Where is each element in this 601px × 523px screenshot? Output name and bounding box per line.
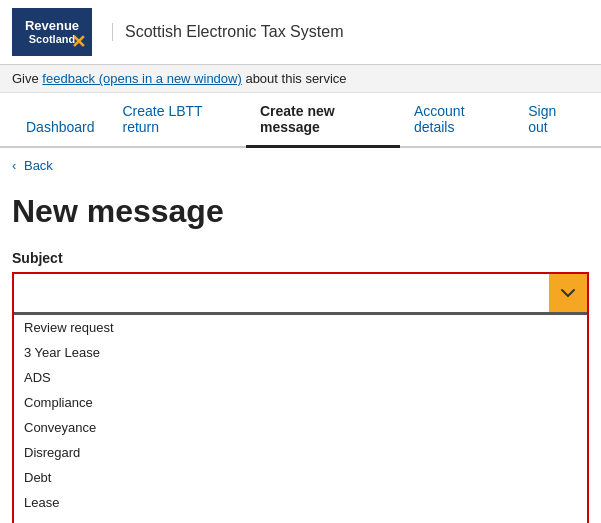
subject-label: Subject — [12, 250, 589, 266]
page-title: New message — [12, 193, 589, 230]
dropdown-list-item[interactable]: Debt — [14, 465, 587, 490]
logo-x-icon: ✕ — [71, 32, 86, 54]
nav-item-dashboard[interactable]: Dashboard — [12, 109, 109, 148]
dropdown-input-row — [14, 274, 587, 312]
back-arrow-icon: ‹ — [12, 158, 16, 173]
subject-input[interactable] — [14, 274, 549, 312]
dropdown-list: Review request3 Year LeaseADSComplianceC… — [14, 315, 587, 523]
nav: Dashboard Create LBTT return Create new … — [0, 93, 601, 148]
header: Revenue Scotland ✕ Scottish Electronic T… — [0, 0, 601, 65]
nav-item-create-message[interactable]: Create new message — [246, 93, 400, 148]
feedback-prefix: Give — [12, 71, 42, 86]
logo: Revenue Scotland ✕ — [12, 8, 92, 56]
dropdown-list-item[interactable]: Lease — [14, 490, 587, 515]
header-title: Scottish Electronic Tax System — [112, 23, 343, 41]
logo-area: Revenue Scotland ✕ Scottish Electronic T… — [12, 8, 343, 56]
logo-revenue: Revenue — [25, 18, 79, 34]
dropdown-list-item[interactable]: Payment — [14, 515, 587, 523]
main-content: New message Subject Review request3 Year… — [0, 183, 601, 523]
dropdown-list-item[interactable]: Conveyance — [14, 415, 587, 440]
subject-dropdown-wrapper: Review request3 Year LeaseADSComplianceC… — [12, 272, 589, 523]
feedback-link[interactable]: feedback (opens in a new window) — [42, 71, 241, 86]
dropdown-toggle-button[interactable] — [549, 274, 587, 312]
nav-item-signout[interactable]: Sign out — [514, 93, 589, 148]
feedback-bar: Give feedback (opens in a new window) ab… — [0, 65, 601, 93]
dropdown-list-item[interactable]: 3 Year Lease — [14, 340, 587, 365]
dropdown-list-item[interactable]: Review request — [14, 315, 587, 340]
logo-scotland: Scotland — [29, 33, 75, 46]
nav-item-create-lbtt[interactable]: Create LBTT return — [109, 93, 246, 148]
dropdown-list-item[interactable]: ADS — [14, 365, 587, 390]
back-link[interactable]: ‹ Back — [12, 158, 53, 173]
dropdown-list-container: Review request3 Year LeaseADSComplianceC… — [14, 312, 587, 523]
feedback-suffix: about this service — [242, 71, 347, 86]
nav-item-account[interactable]: Account details — [400, 93, 514, 148]
back-label: Back — [24, 158, 53, 173]
dropdown-list-item[interactable]: Disregard — [14, 440, 587, 465]
chevron-down-icon — [560, 285, 576, 301]
back-link-container: ‹ Back — [0, 148, 601, 183]
dropdown-list-item[interactable]: Compliance — [14, 390, 587, 415]
